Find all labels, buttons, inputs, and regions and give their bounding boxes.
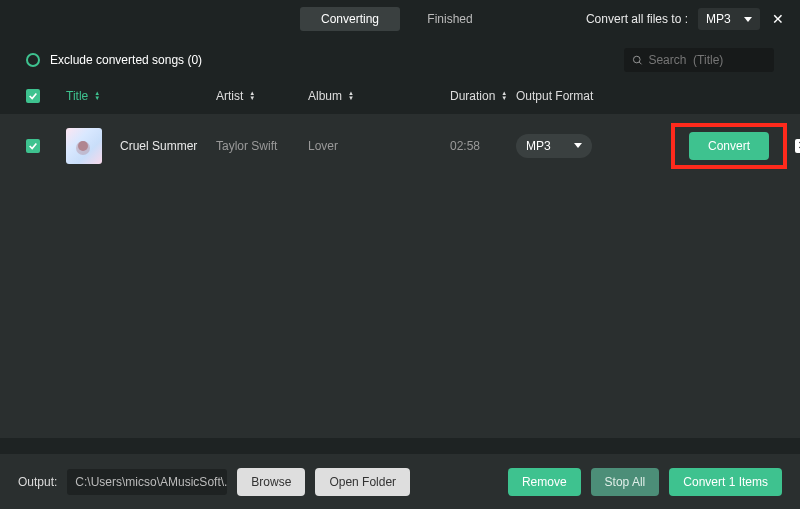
sort-icon: ▲▼ xyxy=(501,91,507,101)
browse-button[interactable]: Browse xyxy=(237,468,305,496)
search-icon xyxy=(632,54,643,67)
convert-all-format-value: MP3 xyxy=(706,12,731,26)
caret-down-icon xyxy=(744,17,752,22)
search-input-wrap[interactable] xyxy=(624,48,774,72)
row-checkbox[interactable] xyxy=(26,139,40,153)
song-artist: Taylor Swift xyxy=(216,139,308,153)
convert-button[interactable]: Convert xyxy=(689,132,769,160)
column-duration[interactable]: Duration ▲▼ xyxy=(450,89,516,103)
tab-group: Converting Finished xyxy=(300,7,500,31)
open-folder-button[interactable]: Open Folder xyxy=(315,468,410,496)
remove-button[interactable]: Remove xyxy=(508,468,581,496)
caret-down-icon xyxy=(574,143,582,148)
convert-all-label: Convert all files to : xyxy=(586,12,688,26)
album-art xyxy=(66,128,102,164)
highlight-box: Convert xyxy=(671,123,787,169)
column-output-format: Output Format xyxy=(516,89,646,103)
convert-items-button[interactable]: Convert 1 Items xyxy=(669,468,782,496)
song-album: Lover xyxy=(308,139,450,153)
stop-all-button[interactable]: Stop All xyxy=(591,468,660,496)
column-title[interactable]: Title ▲▼ xyxy=(66,89,216,103)
sort-icon: ▲▼ xyxy=(249,91,255,101)
row-format-dropdown[interactable]: MP3 xyxy=(516,134,592,158)
output-label: Output: xyxy=(18,475,57,489)
refresh-icon[interactable] xyxy=(26,53,40,67)
search-input[interactable] xyxy=(648,53,766,67)
exclude-converted-label: Exclude converted songs (0) xyxy=(50,53,202,67)
column-artist[interactable]: Artist ▲▼ xyxy=(216,89,308,103)
svg-point-0 xyxy=(633,56,640,63)
tab-finished[interactable]: Finished xyxy=(400,7,500,31)
song-title: Cruel Summer xyxy=(120,139,197,153)
convert-all-format-dropdown[interactable]: MP3 xyxy=(698,8,760,30)
sort-icon: ▲▼ xyxy=(348,91,354,101)
svg-line-1 xyxy=(639,61,641,63)
tab-converting[interactable]: Converting xyxy=(300,7,400,31)
column-album[interactable]: Album ▲▼ xyxy=(308,89,450,103)
sort-icon: ▲▼ xyxy=(94,91,100,101)
close-icon[interactable]: ✕ xyxy=(770,11,786,27)
table-row: Cruel Summer Taylor Swift Lover 02:58 MP… xyxy=(0,115,800,177)
row-format-value: MP3 xyxy=(526,139,551,153)
remove-row-icon[interactable]: ✕ xyxy=(795,139,800,153)
output-path[interactable]: C:\Users\micso\AMusicSoft\... xyxy=(67,469,227,495)
select-all-checkbox[interactable] xyxy=(26,89,40,103)
song-duration: 02:58 xyxy=(450,139,516,153)
